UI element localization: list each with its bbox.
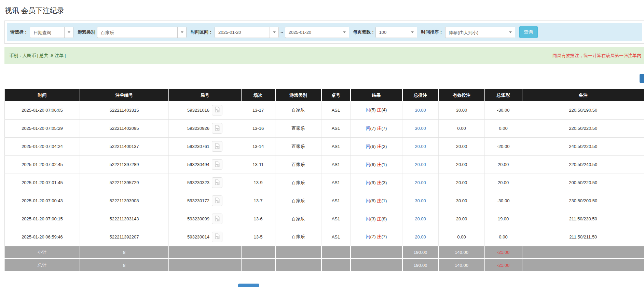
cell-payout: -20.00 [485,137,522,155]
cell-table-no: AS1 [321,119,351,137]
cell-session: 13-11 [241,155,275,174]
cell-game-type: 百家乐 [275,192,321,210]
cell-valid-bet: 0.00 [439,228,485,246]
result-banker: 庄 [377,144,382,149]
total-row-total-bet: 190.00 [402,259,439,271]
cutoff-button-right[interactable] [640,74,644,83]
video-record-button[interactable] [212,159,222,170]
result-banker-points: (8) [382,216,387,221]
game-type-select[interactable]: 百家乐 [97,27,187,38]
video-record-icon [214,106,220,114]
page-title: 视讯 会员下注纪录 [5,6,64,15]
table-row: 2025-01-20 07:00:15522211393143593230099… [5,210,644,228]
date-to-picker[interactable]: 2025-01-20 [285,27,349,38]
cell-session: 13-17 [241,101,275,119]
total-bet-link[interactable]: 30.00 [415,198,426,203]
cell-time: 2025-01-20 07:04:24 [5,137,80,155]
subtotal-row-payout: -21.00 [485,246,522,259]
cell-bet-no: 522211392207 [80,228,169,246]
col-header-valid-bet: 有效投注 [439,89,485,101]
total-bet-link[interactable]: 20.00 [415,216,426,221]
cell-total-bet: 20.00 [402,155,439,174]
cell-time: 2025-01-20 07:01:45 [5,174,80,192]
round-no-text: 593230099 [187,216,209,221]
video-record-button[interactable] [212,214,222,224]
col-header-session: 场次 [241,89,275,101]
cell-result: 闲(6)庄(1) [351,155,402,174]
total-bet-link[interactable]: 30.00 [415,108,426,113]
cutoff-button-bottom[interactable] [238,284,259,287]
round-no-text: 593230494 [187,162,209,167]
cell-round-no: 593230323 [169,174,241,192]
subtotal-row-valid-bet: 140.00 [439,246,485,259]
cell-round-no: 593230014 [169,228,241,246]
cell-payout: 20.00 [485,155,522,174]
query-button[interactable]: 查询 [519,26,538,38]
total-bet-link[interactable]: 20.00 [415,162,426,167]
video-record-button[interactable] [212,105,222,115]
total-bet-link[interactable]: 20.00 [415,144,426,149]
cell-game-type: 百家乐 [275,155,321,174]
cell-game-type: 百家乐 [275,210,321,228]
cell-round-no: 593230172 [169,192,241,210]
cell-remark: 220.50/190.50 [522,101,644,119]
table-body: 2025-01-20 07:06:05522211403315593231016… [5,101,644,271]
result-player-points: (3) [370,216,376,221]
page-size-select[interactable]: 100 [375,27,417,38]
video-record-button[interactable] [212,177,222,188]
cell-result: 闲(7)庄(7) [351,119,402,137]
total-bet-link[interactable]: 30.00 [415,126,426,131]
result-player: 闲 [366,234,370,239]
chevron-down-icon[interactable] [408,27,417,38]
cell-time: 2025-01-20 07:00:15 [5,210,80,228]
cell-total-bet: 30.00 [402,119,439,137]
cell-table-no: AS1 [321,210,351,228]
cell-table-no: AS1 [321,174,351,192]
query-type-select[interactable]: 日期查询 [30,27,73,38]
total-row-empty [275,259,321,271]
result-player-points: (7) [370,126,376,131]
cell-remark: 211.50/211.50 [522,228,644,246]
subtotal-row-label: 小计 [5,246,80,259]
video-record-button[interactable] [212,232,222,242]
result-player-points: (6) [370,162,376,167]
chevron-down-icon[interactable] [340,27,349,38]
video-record-button[interactable] [212,195,222,206]
chevron-down-icon[interactable] [506,27,515,38]
cell-valid-bet: 30.00 [439,192,485,210]
chevron-down-icon[interactable] [270,27,278,38]
col-header-bet-no: 注单编号 [80,89,169,101]
table-header-row: 时间 注单编号 局号 场次 游戏类别 桌号 结果 总投注 有效投注 总派彩 备注 [5,89,644,101]
time-sort-select[interactable]: 降幂(由大到小) [445,27,515,38]
chevron-down-icon[interactable] [177,27,186,38]
result-banker-points: (4) [382,107,387,112]
total-row-remark [522,259,644,271]
result-player: 闲 [366,107,370,112]
total-row-empty [351,259,402,271]
cell-time: 2025-01-20 06:59:46 [5,228,80,246]
total-bet-link[interactable]: 20.00 [415,234,426,240]
total-row-empty [241,259,275,271]
col-header-time: 时间 [5,89,80,101]
cell-payout: -30.00 [485,192,522,210]
result-banker-points: (3) [382,180,387,185]
date-from-picker[interactable]: 2025-01-20 [215,27,279,38]
date-range-label: 时间区间： [191,29,213,35]
cell-valid-bet: 20.00 [439,174,485,192]
video-record-button[interactable] [212,141,222,152]
video-record-button[interactable] [212,123,222,134]
cell-bet-no: 522211400137 [80,137,169,155]
table-row: 2025-01-20 07:01:45522211395729593230323… [5,174,644,192]
chevron-down-icon[interactable] [64,27,73,38]
cell-valid-bet: 20.00 [439,137,485,155]
round-no-text: 593231016 [187,108,209,113]
cell-round-no: 593230761 [169,137,241,155]
total-bet-link[interactable]: 20.00 [415,180,426,185]
result-player-points: (7) [370,234,376,239]
cell-table-no: AS1 [321,101,351,119]
cell-session: 13-9 [241,174,275,192]
cell-total-bet: 20.00 [402,137,439,155]
total-row-payout: -21.00 [485,259,522,271]
cell-valid-bet: 30.00 [439,101,485,119]
cell-table-no: AS1 [321,137,351,155]
